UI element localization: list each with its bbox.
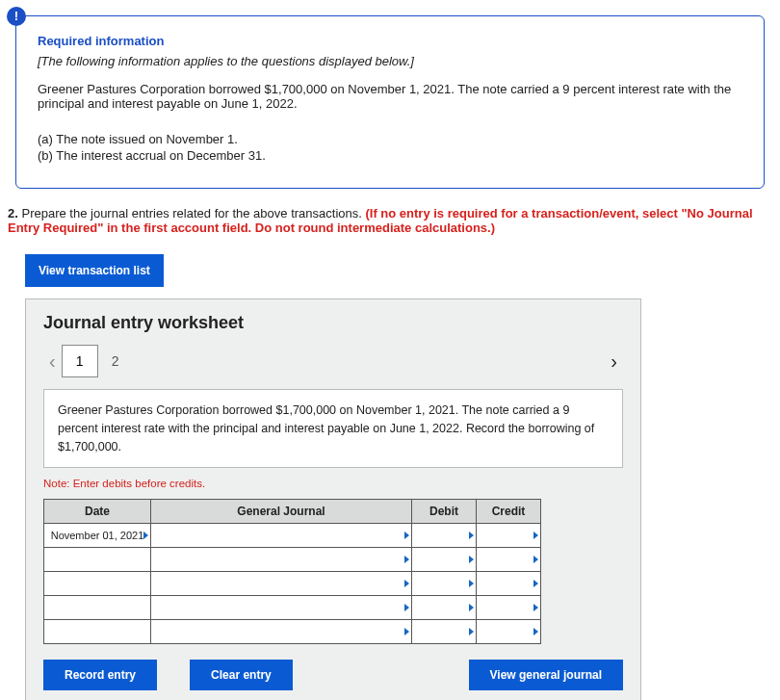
- credit-cell[interactable]: [477, 620, 541, 644]
- question-number: 2.: [8, 206, 18, 220]
- question-row: 2. Prepare the journal entries related f…: [8, 206, 765, 235]
- question-text: Prepare the journal entries related for …: [21, 206, 365, 220]
- date-cell[interactable]: [44, 596, 151, 620]
- account-cell[interactable]: [151, 548, 412, 572]
- clear-entry-button[interactable]: Clear entry: [190, 660, 293, 690]
- transaction-description: Greener Pastures Corporation borrowed $1…: [43, 389, 623, 468]
- dropdown-icon: [404, 604, 409, 611]
- table-row: [44, 548, 541, 572]
- debits-before-credits-note: Note: Enter debits before credits.: [43, 478, 623, 489]
- account-cell[interactable]: [151, 524, 412, 548]
- required-info-box: ! Required information [The following in…: [15, 15, 765, 189]
- dropdown-icon: [533, 628, 538, 635]
- account-cell[interactable]: [151, 596, 412, 620]
- credit-cell[interactable]: [477, 596, 541, 620]
- record-entry-button[interactable]: Record entry: [43, 660, 157, 690]
- credit-cell[interactable]: [477, 524, 541, 548]
- table-row: [44, 596, 541, 620]
- dropdown-icon: [533, 556, 538, 563]
- credit-cell[interactable]: [477, 548, 541, 572]
- date-cell[interactable]: [44, 572, 151, 596]
- header-general-journal: General Journal: [151, 500, 412, 524]
- tab-1[interactable]: 1: [62, 345, 98, 377]
- debit-cell[interactable]: [412, 596, 477, 620]
- info-body: Greener Pastures Corporation borrowed $1…: [38, 82, 742, 111]
- journal-table: Date General Journal Debit Credit Novemb…: [43, 499, 541, 644]
- header-date: Date: [44, 500, 151, 524]
- date-value: November 01, 2021: [51, 530, 144, 541]
- dropdown-icon: [143, 531, 148, 539]
- date-cell[interactable]: November 01, 2021: [44, 524, 151, 548]
- table-row: [44, 572, 541, 596]
- dropdown-icon: [404, 580, 409, 587]
- dropdown-icon: [533, 531, 538, 539]
- table-header-row: Date General Journal Debit Credit: [44, 500, 541, 524]
- dropdown-icon: [469, 604, 474, 611]
- debit-cell[interactable]: [412, 524, 477, 548]
- dropdown-icon: [404, 628, 409, 635]
- date-cell[interactable]: [44, 548, 151, 572]
- debit-cell[interactable]: [412, 620, 477, 644]
- table-row: November 01, 2021: [44, 524, 541, 548]
- dropdown-icon: [533, 604, 538, 611]
- dropdown-icon: [469, 628, 474, 635]
- date-cell[interactable]: [44, 620, 151, 644]
- info-title: Required information: [38, 34, 742, 48]
- journal-worksheet: Journal entry worksheet ‹ 1 2 › Greener …: [25, 298, 641, 700]
- header-debit: Debit: [412, 500, 477, 524]
- dropdown-icon: [469, 580, 474, 587]
- info-item-b: (b) The interest accrual on December 31.: [38, 148, 742, 163]
- worksheet-title: Journal entry worksheet: [43, 313, 623, 333]
- header-credit: Credit: [477, 500, 541, 524]
- credit-cell[interactable]: [477, 572, 541, 596]
- info-list: (a) The note issued on November 1. (b) T…: [38, 132, 742, 163]
- dropdown-icon: [469, 531, 474, 539]
- view-transaction-list-button[interactable]: View transaction list: [25, 254, 164, 287]
- dropdown-icon: [404, 531, 409, 539]
- dropdown-icon: [469, 556, 474, 563]
- worksheet-buttons: Record entry Clear entry View general jo…: [43, 660, 623, 690]
- table-row: [44, 620, 541, 644]
- account-cell[interactable]: [151, 620, 412, 644]
- tab-2[interactable]: 2: [98, 346, 133, 376]
- tab-next-button[interactable]: ›: [605, 350, 623, 373]
- worksheet-tabs: ‹ 1 2 ›: [43, 345, 623, 377]
- alert-icon: !: [7, 7, 26, 26]
- info-subtitle: [The following information applies to th…: [38, 54, 742, 68]
- dropdown-icon: [404, 556, 409, 563]
- tab-prev-button[interactable]: ‹: [43, 350, 62, 373]
- account-cell[interactable]: [151, 572, 412, 596]
- view-general-journal-button[interactable]: View general journal: [469, 660, 623, 690]
- debit-cell[interactable]: [412, 548, 477, 572]
- debit-cell[interactable]: [412, 572, 477, 596]
- dropdown-icon: [533, 580, 538, 587]
- info-item-a: (a) The note issued on November 1.: [38, 132, 742, 146]
